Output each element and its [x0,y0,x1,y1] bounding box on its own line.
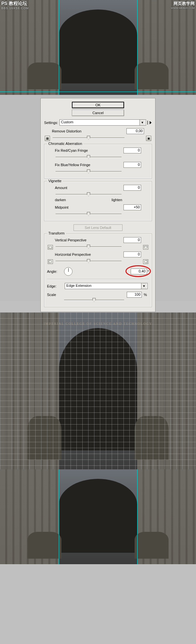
lens-correction-dialog: OK Cancel Settings: Custom Remove Distor… [41,98,155,312]
angle-label: Angle: [47,270,62,273]
vignette-lighten-label: lighten [112,198,122,202]
settings-label: Settings: [44,121,58,125]
vignette-midpoint-label: Midpoint [55,205,122,209]
remove-distortion-label: Remove Distortion [52,129,125,133]
remove-distortion-input[interactable]: 0,00 [126,128,144,134]
horizontal-perspective-slider[interactable] [56,259,122,263]
scale-unit: % [144,293,149,297]
distortion-barrel-icon: ▦ [45,136,50,141]
edge-select[interactable]: Edge Extension [65,283,148,289]
angle-dial[interactable] [64,267,73,276]
vertical-perspective-label: Vertical Perspective [55,238,122,242]
watermark-right: 网页教学网WWW.WEBJX.COM [171,1,195,9]
scale-label: Scale [47,293,61,297]
set-lens-default-button: Set Lens Default [74,224,122,231]
fix-red-cyan-input[interactable]: 0 [123,148,141,153]
vertical-perspective-slider[interactable] [56,244,122,249]
preview-image-3 [0,469,196,564]
angle-unit: ° [148,270,149,273]
fix-red-cyan-slider[interactable] [56,155,122,159]
horizontal-perspective-input[interactable]: 0 [123,252,141,257]
transform-group: Transform Vertical Perspective 0 Horizon… [44,234,152,307]
settings-select[interactable]: Custom [59,119,146,126]
fix-red-cyan-label: Fix Red/Cyan Fringe [55,148,122,152]
vignette-amount-slider[interactable] [56,192,122,197]
distortion-pincushion-icon: ▣ [146,136,151,141]
horiz-persp-right-icon [143,259,148,264]
chromatic-aberration-group: Chromatic Aberration Fix Red/Cyan Fringe… [44,144,152,179]
vignette-midpoint-slider[interactable] [56,212,122,216]
fix-blue-yellow-label: Fix Blue/Yellow Fringe [55,163,122,167]
scale-slider[interactable] [64,298,124,302]
ok-button[interactable]: OK [72,102,124,108]
vignette-group: Vignette Amount 0 darken lighten [44,181,152,221]
horizontal-perspective-label: Horizontal Perspective [55,252,122,256]
vignette-darken-label: darken [55,198,66,202]
fix-blue-yellow-slider[interactable] [56,169,122,174]
vignette-amount-input[interactable]: 0 [123,185,141,191]
edge-label: Edge: [47,284,61,288]
remove-distortion-slider[interactable] [53,135,124,140]
horiz-persp-left-icon [48,259,53,264]
vertical-perspective-input[interactable]: 0 [123,237,141,243]
cancel-button[interactable]: Cancel [72,110,124,116]
vignette-midpoint-input[interactable]: +50 [123,204,141,210]
angle-input[interactable]: 0,40 [131,269,147,274]
vignette-amount-label: Amount [55,186,122,190]
settings-menu-icon[interactable] [147,121,152,125]
grid-overlay [0,312,196,469]
preview-image-2: IMPERIAL COLLEGE OF SCIENCE AND TECHNOLO… [0,312,196,469]
vert-persp-top-icon [48,245,53,250]
vert-persp-bottom-icon [143,245,148,250]
fix-blue-yellow-input[interactable]: 0 [123,162,141,168]
scale-input[interactable]: 100 [127,292,142,298]
preview-image-1: PS 教程论坛BBS.16XS8.COM 网页教学网WWW.WEBJX.COM [0,0,196,95]
watermark-left: PS 教程论坛BBS.16XS8.COM [1,1,29,10]
